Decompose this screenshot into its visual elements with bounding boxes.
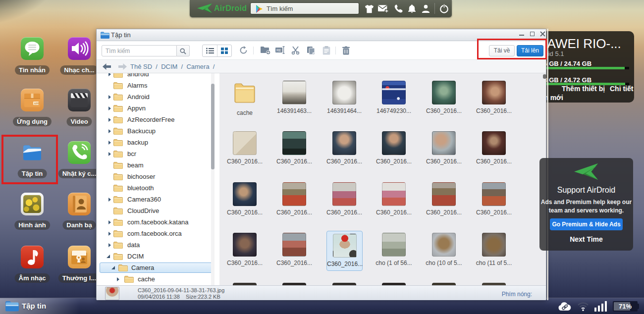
svg-text:APP: APP xyxy=(34,102,40,105)
svg-text:RE: RE xyxy=(276,49,281,52)
